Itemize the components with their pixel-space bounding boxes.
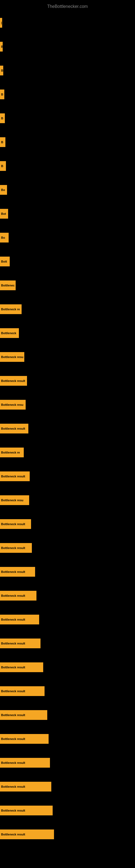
- bar-row: B: [0, 59, 135, 83]
- bar-row: Bottleneck result: [0, 416, 135, 440]
- bar: Bottleneck result: [0, 591, 37, 600]
- bar-label: Bottleneck result: [1, 475, 25, 478]
- bar-row: Bottleneck result: [0, 584, 135, 608]
- bar: Bottleneck result: [0, 519, 31, 529]
- bar-row: |: [0, 11, 135, 35]
- bar-row: Bo: [0, 178, 135, 202]
- bar-label: Bottlenec: [1, 284, 14, 287]
- bar-row: Bottlenec: [0, 273, 135, 297]
- bar: Bottleneck result: [0, 686, 45, 696]
- bar-row: B: [0, 35, 135, 59]
- bar-label: Bottleneck result: [1, 665, 25, 669]
- bar-label: B: [1, 93, 3, 96]
- bar-row: Bottleneck re: [0, 297, 135, 321]
- bar: Bottleneck result: [0, 806, 53, 815]
- bar: Bottleneck result: [0, 758, 50, 768]
- bar-label: Bottleneck result: [1, 594, 25, 597]
- bar-row: Bottleneck resu: [0, 488, 135, 512]
- bar: Bottleneck result: [0, 830, 54, 839]
- bar-row: Bottleneck result: [0, 464, 135, 488]
- bar-row: B: [0, 154, 135, 178]
- bar-row: Bot: [0, 202, 135, 226]
- bar-label: B: [1, 117, 3, 120]
- bar: Bottleneck resu: [0, 352, 24, 362]
- bar-row: Bottleneck result: [0, 608, 135, 631]
- bar: Bottleneck: [0, 328, 19, 338]
- bar-row: Bottleneck result: [0, 631, 135, 655]
- bar-label: B: [1, 164, 3, 167]
- bar-label: Bottleneck result: [1, 522, 25, 526]
- bar: Bottleneck result: [0, 734, 49, 744]
- bar: Bottleneck resu: [0, 400, 26, 410]
- bar-row: B: [0, 83, 135, 106]
- bar-label: B: [1, 141, 3, 144]
- bar: Bottleneck result: [0, 471, 30, 481]
- bar-row: Bottleneck resu: [0, 345, 135, 369]
- bar-label: Bo: [1, 188, 5, 191]
- bar-row: Bottleneck: [0, 321, 135, 345]
- bar-row: Bottleneck re: [0, 440, 135, 464]
- bar: Bottleneck result: [0, 639, 41, 648]
- bar-row: Bottleneck result: [0, 703, 135, 727]
- bar: Bottleneck resu: [0, 495, 29, 505]
- bar-label: Bottleneck result: [1, 546, 25, 550]
- bar-label: Bottleneck result: [1, 785, 25, 788]
- bar: Bottleneck result: [0, 710, 47, 720]
- bar-label: Bottleneck: [1, 332, 16, 335]
- bar-label: Bot: [1, 212, 6, 215]
- bar-label: Bottleneck result: [1, 618, 25, 621]
- bar-label: Bottleneck result: [1, 833, 25, 836]
- bar: Bo: [0, 185, 7, 195]
- bar-row: Bottleneck result: [0, 751, 135, 775]
- bar: B: [0, 42, 3, 52]
- bar-row: Bottleneck result: [0, 799, 135, 823]
- bar-label: B: [1, 45, 3, 48]
- bar-row: Bottleneck resu: [0, 393, 135, 416]
- bar-label: B: [1, 69, 3, 72]
- bar-label: Bottleneck result: [1, 379, 25, 382]
- bar-row: Bottleneck result: [0, 823, 135, 846]
- bar: Bottleneck result: [0, 376, 27, 386]
- bar-row: Bott: [0, 250, 135, 273]
- bar-label: Bottleneck resu: [1, 499, 24, 502]
- bar: Bottleneck re: [0, 447, 24, 457]
- bar-label: Bottleneck result: [1, 713, 25, 717]
- bar: Bottlenec: [0, 280, 16, 290]
- bar-label: Bottleneck resu: [1, 355, 24, 359]
- bar-row: Bottleneck result: [0, 369, 135, 393]
- bar-row: B: [0, 106, 135, 130]
- bar: Bottleneck result: [0, 424, 28, 433]
- bar: Bottleneck result: [0, 543, 32, 553]
- bar-label: Bottleneck re: [1, 451, 20, 454]
- bar: Bottleneck result: [0, 567, 35, 577]
- bar-label: Bottleneck result: [1, 809, 25, 812]
- bar-row: Bottleneck result: [0, 775, 135, 799]
- bar: Bottleneck result: [0, 662, 43, 672]
- bar: B: [0, 90, 4, 99]
- bar-label: Bottleneck resu: [1, 403, 24, 406]
- bar-label: Bottleneck result: [1, 642, 25, 645]
- bar-row: Bottleneck result: [0, 679, 135, 703]
- bar: Bottleneck result: [0, 615, 39, 624]
- bar: B: [0, 137, 5, 147]
- bar: B: [0, 66, 3, 75]
- bar-row: Bo: [0, 226, 135, 250]
- bar-row: B: [0, 130, 135, 154]
- bar-row: Bottleneck result: [0, 536, 135, 560]
- bar-row: Bottleneck result: [0, 560, 135, 584]
- bar-label: Bott: [1, 260, 7, 263]
- bar-row: Bottleneck result: [0, 655, 135, 679]
- bar: B: [0, 113, 5, 123]
- bar-label: Bottleneck result: [1, 570, 25, 574]
- bar: Bottleneck re: [0, 304, 21, 314]
- bar: B: [0, 161, 6, 171]
- bar-label: Bottleneck re: [1, 308, 20, 311]
- bar-label: Bottleneck result: [1, 427, 25, 430]
- bar-row: Bottleneck result: [0, 512, 135, 536]
- bar-label: |: [1, 21, 2, 24]
- bar: Bot: [0, 209, 8, 219]
- bar-label: Bottleneck result: [1, 761, 25, 764]
- bar-label: Bo: [1, 236, 5, 239]
- bars-container: |BBBBBBBoBotBoBottBottlenecBottleneck re…: [0, 11, 135, 846]
- bar: Bottleneck result: [0, 782, 51, 792]
